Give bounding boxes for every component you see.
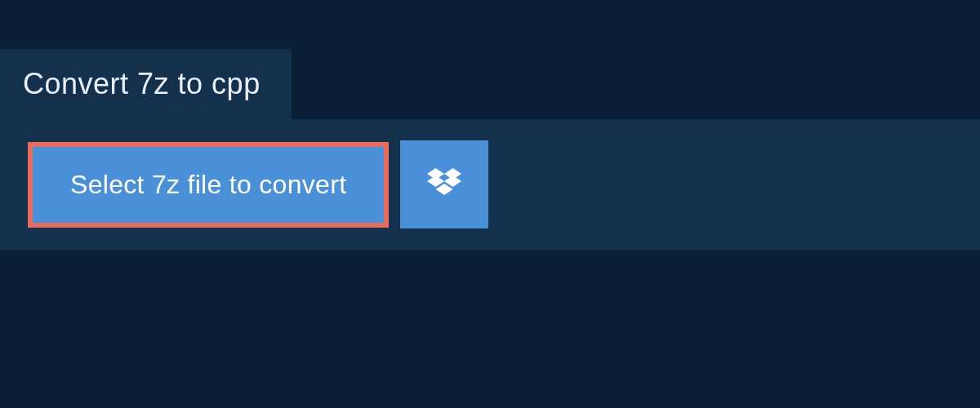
content-panel: Select 7z file to convert: [0, 119, 980, 250]
dropbox-icon: [427, 168, 461, 201]
page-title: Convert 7z to cpp: [23, 67, 261, 101]
tab-header: Convert 7z to cpp: [0, 49, 292, 119]
select-file-button[interactable]: Select 7z file to convert: [28, 142, 389, 228]
dropbox-button[interactable]: [400, 140, 488, 228]
